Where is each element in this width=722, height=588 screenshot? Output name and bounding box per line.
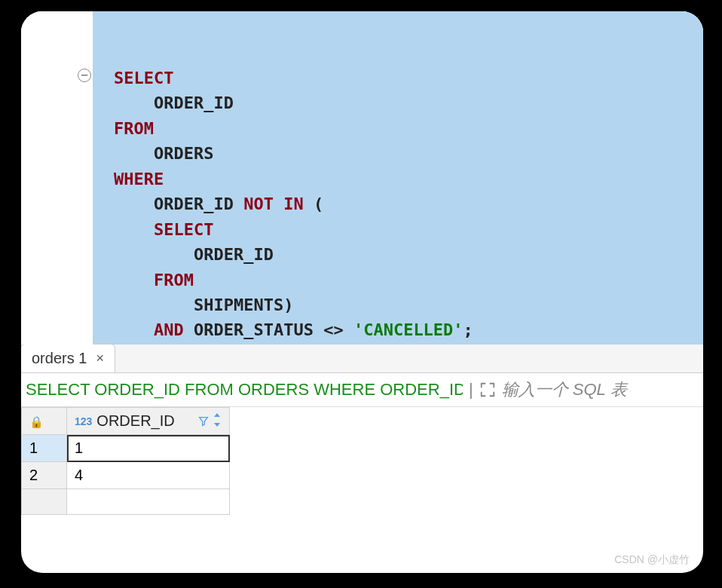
column-type-tag: 123 bbox=[75, 415, 92, 427]
sql-editor[interactable]: − SELECT ORDER_ID FROM ORDERS WHERE ORDE… bbox=[21, 11, 703, 345]
code-content[interactable]: SELECT ORDER_ID FROM ORDERS WHERE ORDER_… bbox=[93, 11, 703, 345]
cell-order-id[interactable]: 4 bbox=[67, 462, 230, 489]
tab-orders-1[interactable]: orders 1 × bbox=[21, 344, 115, 372]
close-icon[interactable]: × bbox=[94, 351, 106, 366]
ide-window: − SELECT ORDER_ID FROM ORDERS WHERE ORDE… bbox=[21, 11, 703, 573]
query-bar: SELECT ORDER_ID FROM ORDERS WHERE ORDER_… bbox=[21, 373, 703, 407]
sort-icon[interactable] bbox=[213, 413, 222, 429]
executed-query-text: SELECT ORDER_ID FROM ORDERS WHERE ORDER_… bbox=[26, 380, 463, 400]
column-name: ORDER_ID bbox=[95, 412, 194, 430]
lock-column-header[interactable]: 🔒 bbox=[22, 408, 67, 435]
column-header-order-id[interactable]: 123 ORDER_ID bbox=[67, 408, 230, 435]
sql-cursor-icon: | bbox=[469, 380, 473, 400]
expand-icon[interactable] bbox=[479, 381, 496, 398]
row-number[interactable]: 1 bbox=[22, 435, 67, 462]
fold-collapse-icon[interactable]: − bbox=[78, 69, 91, 82]
row-number[interactable]: 2 bbox=[22, 462, 67, 489]
empty-row bbox=[22, 489, 230, 515]
tab-label: orders 1 bbox=[32, 350, 87, 367]
table-row[interactable]: 11 bbox=[22, 435, 230, 462]
results-tabbar: orders 1 × bbox=[21, 345, 703, 373]
editor-gutter: − bbox=[21, 11, 93, 345]
lock-icon: 🔒 bbox=[29, 415, 44, 428]
watermark: CSDN @小虚竹 bbox=[614, 553, 690, 567]
results-table: 🔒 123 ORDER_ID 1124 bbox=[21, 407, 230, 515]
cell-order-id[interactable]: 1 bbox=[67, 435, 230, 462]
sql-input-placeholder[interactable]: 输入一个 SQL 表 bbox=[502, 378, 696, 401]
filter-icon[interactable] bbox=[197, 415, 210, 427]
table-row[interactable]: 24 bbox=[22, 462, 230, 489]
